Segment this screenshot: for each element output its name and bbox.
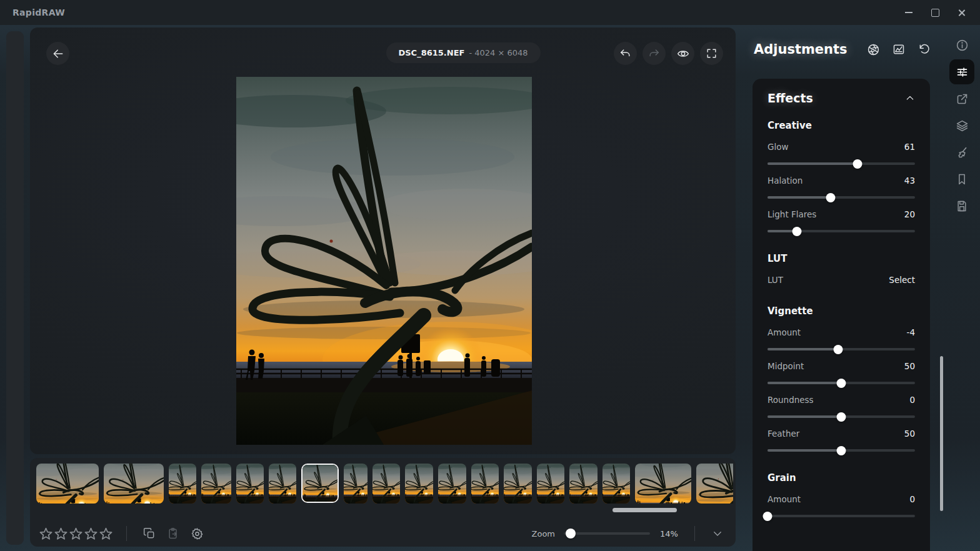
slider-value: 50 — [904, 429, 915, 439]
star-icon[interactable] — [39, 527, 53, 541]
back-button[interactable] — [46, 42, 69, 65]
star-rating — [39, 527, 113, 541]
aperture-button[interactable] — [865, 41, 881, 57]
thumbnail[interactable] — [36, 464, 99, 504]
thumbnail[interactable] — [405, 464, 433, 504]
slider-head: Glow61 — [768, 142, 915, 152]
rail-layers-button[interactable] — [949, 113, 974, 138]
paste-settings-button[interactable] — [164, 524, 182, 543]
slider-value: 0 — [909, 395, 915, 405]
thumbnail[interactable] — [696, 464, 733, 504]
settings-button[interactable] — [188, 524, 206, 543]
thumbnail[interactable] — [504, 464, 532, 504]
thumbnail[interactable] — [236, 464, 264, 504]
slider-label: Light Flares — [768, 209, 816, 219]
zoom-slider[interactable] — [564, 532, 650, 535]
zoom-slider-thumb[interactable] — [566, 529, 576, 539]
rail-cleanup-button[interactable] — [949, 140, 974, 165]
filmstrip-scrollbar[interactable] — [612, 508, 677, 512]
copy-settings-button[interactable] — [140, 524, 159, 543]
fullscreen-button[interactable] — [700, 42, 723, 65]
minimize-button[interactable] — [904, 7, 914, 17]
zoom-value: 14% — [660, 529, 681, 539]
rail-presets-button[interactable] — [949, 167, 974, 192]
slider-value: 20 — [904, 209, 915, 219]
slider-thumb[interactable] — [792, 227, 802, 236]
redo-icon — [648, 47, 660, 59]
redo-button[interactable] — [642, 42, 666, 65]
slider-thumb[interactable] — [826, 193, 836, 202]
thumbnail[interactable] — [438, 464, 466, 504]
rapidraw-window: RapidRAW DSC_8615.NEF- 4024 × 6048 — [0, 0, 980, 551]
adjustments-header-icons — [865, 41, 932, 57]
star-icon[interactable] — [69, 527, 83, 541]
close-button[interactable] — [956, 7, 966, 17]
effects-section-creative: CreativeGlow61Halation43Light Flares20 — [768, 120, 915, 232]
thumbnail[interactable] — [269, 464, 296, 504]
thumbnail[interactable] — [169, 464, 196, 504]
slider-track[interactable] — [768, 230, 915, 232]
thumbnail[interactable] — [372, 464, 400, 504]
slider-track[interactable] — [768, 348, 915, 350]
star-icon[interactable] — [54, 527, 68, 541]
thumbnail-selected[interactable] — [301, 464, 339, 503]
slider-roundness: Roundness0 — [768, 395, 915, 418]
effects-section-header[interactable]: Effects — [768, 91, 915, 105]
thumbnail[interactable] — [537, 464, 564, 504]
panel-scrollbar[interactable] — [940, 356, 943, 511]
slider-label: Feather — [768, 429, 799, 439]
slider-thumb[interactable] — [837, 446, 846, 455]
histogram-button[interactable] — [891, 41, 907, 57]
thumbnail[interactable] — [602, 464, 630, 504]
editor-canvas: DSC_8615.NEF- 4024 × 6048 — [30, 27, 736, 454]
rail-save-button[interactable] — [949, 194, 974, 219]
slider-value: 0 — [909, 494, 915, 504]
lut-select-button[interactable]: Select — [889, 275, 915, 285]
filmstrip-thumbnails — [36, 464, 733, 504]
slider-label: Amount — [768, 494, 801, 504]
section-title: Creative — [768, 120, 915, 131]
rail-info-button[interactable] — [949, 32, 974, 57]
slider-thumb[interactable] — [852, 159, 862, 169]
cleanup-brush-icon — [956, 146, 969, 159]
slider-thumb[interactable] — [837, 412, 846, 422]
slider-thumb[interactable] — [763, 512, 772, 521]
titlebar: RapidRAW — [0, 0, 980, 25]
rail-adjustments-button[interactable] — [949, 59, 974, 84]
adjustments-panel: Adjustments Effects CreativeGlow61Halati… — [748, 27, 945, 551]
copy-icon — [143, 527, 156, 540]
slider-thumb[interactable] — [837, 379, 846, 388]
slider-track[interactable] — [768, 162, 915, 165]
thumbnail[interactable] — [635, 464, 691, 504]
effects-groups: CreativeGlow61Halation43Light Flares20LU… — [768, 120, 915, 517]
slider-track[interactable] — [768, 415, 915, 418]
slider-value: 43 — [904, 176, 915, 186]
undo-button[interactable] — [614, 42, 637, 65]
slider-track[interactable] — [768, 382, 915, 384]
slider-thumb[interactable] — [834, 345, 843, 354]
window-controls — [904, 7, 966, 17]
thumbnail[interactable] — [471, 464, 499, 504]
file-info-pill: DSC_8615.NEF- 4024 × 6048 — [386, 42, 540, 63]
preview-original-button[interactable] — [671, 42, 694, 65]
maximize-button[interactable] — [930, 7, 940, 17]
slider-track[interactable] — [768, 449, 915, 452]
slider-track[interactable] — [768, 515, 915, 517]
rail-export-button[interactable] — [949, 86, 974, 111]
left-panel-collapsed[interactable] — [6, 31, 24, 545]
star-icon[interactable] — [99, 527, 113, 541]
thumbnail[interactable] — [201, 464, 231, 504]
thumbnail[interactable] — [569, 464, 598, 504]
thumbnail[interactable] — [104, 464, 164, 504]
reset-button[interactable] — [916, 41, 932, 57]
slider-head: Midpoint50 — [768, 361, 915, 371]
slider-label: Halation — [768, 176, 802, 186]
slider-track[interactable] — [768, 196, 915, 199]
main-photo[interactable] — [236, 77, 532, 445]
star-icon[interactable] — [84, 527, 98, 541]
chevron-up-icon — [905, 93, 915, 103]
thumbnail[interactable] — [344, 464, 368, 504]
collapse-filmstrip-button[interactable] — [708, 524, 727, 543]
paste-icon — [167, 527, 179, 540]
maximize-icon — [931, 9, 939, 17]
